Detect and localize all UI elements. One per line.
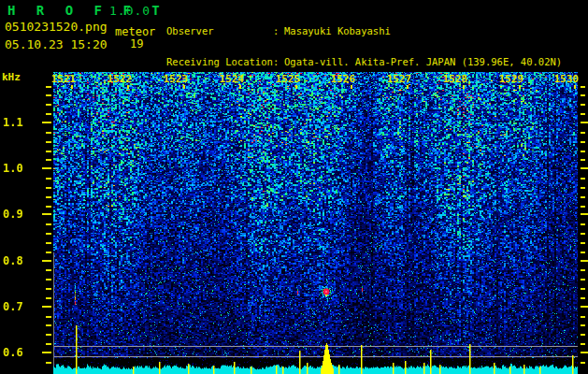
freq-minor-tick-left (46, 159, 51, 161)
frequency-axis-unit: kHz (2, 71, 21, 83)
freq-major-tick-right (581, 352, 588, 353)
freq-minor-tick-right (581, 324, 585, 326)
info-label: Observer (166, 26, 273, 36)
info-row-observer: Observer:Masayuki Kobayashi (166, 26, 562, 36)
freq-tick-label: 0.6 (3, 346, 35, 359)
freq-minor-tick-right (581, 206, 585, 208)
freq-tick-label: 0.7 (3, 300, 35, 313)
freq-minor-tick-left (46, 334, 51, 336)
freq-tick-label: 1.0 (3, 162, 35, 175)
freq-minor-tick-left (46, 132, 51, 134)
freq-minor-tick-left (46, 94, 51, 96)
freq-tick-label: 1.1 (3, 116, 35, 129)
freq-minor-tick-right (581, 86, 585, 88)
freq-major-tick-right (581, 306, 588, 308)
freq-minor-tick-left (46, 178, 51, 180)
freq-minor-tick-left (46, 233, 51, 235)
freq-minor-tick-left (46, 187, 51, 189)
mode-label: meteor (115, 25, 155, 38)
freq-minor-tick-left (46, 113, 51, 115)
freq-minor-tick-right (581, 223, 585, 225)
hrofft-window: H R O F F T 1.0.0 0510231520.png meteor … (0, 0, 588, 374)
freq-minor-tick-left (46, 151, 51, 152)
info-value: Masayuki Kobayashi (284, 26, 391, 36)
freq-tick-label: 0.9 (3, 208, 35, 221)
freq-minor-tick-left (46, 297, 51, 299)
freq-minor-tick-right (581, 288, 585, 290)
freq-minor-tick-right (581, 141, 585, 143)
spectrogram-canvas (53, 72, 578, 374)
observation-datetime: 05.10.23 15:20 (5, 37, 108, 51)
freq-minor-tick-left (46, 86, 51, 88)
freq-minor-tick-left (46, 316, 51, 318)
freq-minor-tick-right (581, 334, 585, 336)
freq-minor-tick-left (46, 362, 51, 364)
echo-count: 19 (130, 37, 143, 50)
freq-tick-label: 0.8 (3, 254, 35, 267)
freq-major-tick-left (42, 260, 51, 262)
freq-minor-tick-right (581, 343, 585, 345)
freq-minor-tick-right (581, 113, 585, 115)
freq-minor-tick-left (46, 279, 51, 280)
freq-minor-tick-left (46, 324, 51, 326)
freq-minor-tick-right (581, 252, 585, 253)
freq-minor-tick-right (581, 187, 585, 189)
freq-minor-tick-right (581, 159, 585, 161)
freq-minor-tick-right (581, 178, 585, 180)
info-label: Receiving Location (166, 57, 273, 67)
freq-major-tick-left (42, 306, 51, 308)
freq-minor-tick-left (46, 206, 51, 208)
freq-minor-tick-right (581, 242, 585, 244)
freq-minor-tick-right (581, 362, 585, 364)
freq-minor-tick-left (46, 269, 51, 271)
freq-minor-tick-right (581, 297, 585, 299)
freq-major-tick-left (42, 352, 51, 353)
freq-minor-tick-right (581, 233, 585, 235)
freq-minor-tick-left (46, 104, 51, 106)
freq-minor-tick-right (581, 94, 585, 96)
freq-minor-tick-left (46, 242, 51, 244)
freq-minor-tick-right (581, 316, 585, 318)
freq-major-tick-right (581, 167, 588, 169)
freq-minor-tick-left (46, 252, 51, 253)
freq-minor-tick-left (46, 343, 51, 345)
app-version: 1.0.0 (109, 4, 151, 18)
freq-minor-tick-right (581, 196, 585, 198)
output-filename: 0510231520.png (5, 20, 108, 34)
info-value: Ogata-vill. Akita-Pref. JAPAN (139.96E, … (284, 57, 562, 67)
freq-major-tick-left (42, 167, 51, 169)
freq-minor-tick-left (46, 288, 51, 290)
freq-minor-tick-right (581, 104, 585, 106)
freq-major-tick-left (42, 122, 51, 123)
freq-minor-tick-right (581, 269, 585, 271)
freq-major-tick-right (581, 122, 588, 123)
freq-minor-tick-left (46, 141, 51, 143)
freq-major-tick-right (581, 260, 588, 262)
freq-minor-tick-right (581, 279, 585, 280)
info-row-location: Receiving Location:Ogata-vill. Akita-Pre… (166, 57, 562, 67)
freq-minor-tick-right (581, 151, 585, 152)
freq-major-tick-left (42, 213, 51, 215)
freq-minor-tick-left (46, 223, 51, 225)
freq-major-tick-right (581, 213, 588, 215)
freq-minor-tick-right (581, 132, 585, 134)
freq-minor-tick-left (46, 196, 51, 198)
